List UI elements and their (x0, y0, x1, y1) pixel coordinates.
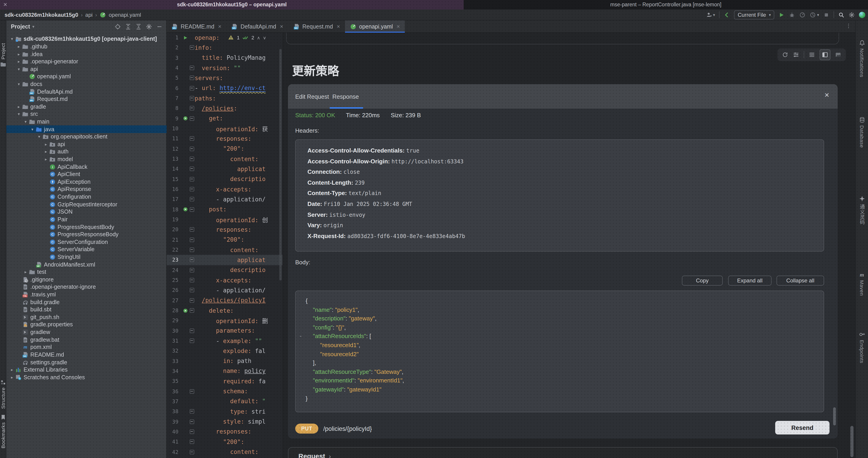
editor-line-27[interactable]: 27 /policies/{policyI (167, 295, 283, 305)
tree-item-defaultapi-md[interactable]: MDDefaultApi.md (6, 88, 167, 96)
tree-item-test[interactable]: ▸test (6, 268, 167, 276)
editor-line-5[interactable]: 5servers: (167, 73, 283, 83)
tree-item-openapi-yaml[interactable]: openapi.yaml (6, 73, 167, 80)
tree-item-build-sbt[interactable]: build.sbt (6, 306, 167, 314)
tree-item-scratches-and-consoles[interactable]: ▸Scratches and Consoles (6, 373, 167, 381)
sidebar-item-endpoints[interactable]: Endpoints (856, 331, 868, 363)
copy-button[interactable]: Copy (682, 275, 723, 286)
tree-item-apiresponse[interactable]: CApiResponse (6, 186, 167, 193)
chevron-right-icon[interactable]: ▸ (43, 157, 49, 162)
tree-item-pom-xml[interactable]: mpom.xml (6, 344, 167, 351)
resend-button[interactable]: Resend (775, 421, 830, 434)
chevron-right-icon[interactable]: ▸ (9, 375, 15, 380)
sidebar-item-notifications[interactable]: Notifications (856, 40, 868, 77)
fold-marker-icon[interactable] (189, 338, 195, 343)
tree-item--github[interactable]: ▸.github (6, 43, 167, 50)
editor-scrollbar[interactable] (279, 49, 282, 281)
tree-item-src[interactable]: ▾src (6, 110, 167, 118)
tree-item-auth[interactable]: ▸auth (6, 148, 167, 156)
expand-all-button[interactable]: Expand all (728, 275, 772, 286)
close-icon[interactable]: ✕ (336, 24, 340, 29)
editor-line-39[interactable]: 39 style: simpl (167, 417, 283, 427)
fold-marker-icon[interactable] (189, 187, 195, 191)
fold-marker-icon[interactable] (189, 328, 195, 333)
tab-defaultapi-md[interactable]: MDDefaultApi.md✕ (227, 20, 288, 33)
tree-item-main[interactable]: ▾main (6, 118, 167, 125)
tree-item-progressrequestbody[interactable]: CProgressRequestBody (6, 223, 167, 231)
editor-line-12[interactable]: 12 "200": (167, 144, 283, 154)
collapse-toggle-icon[interactable]: - (300, 333, 302, 339)
tab-openapi-yaml[interactable]: openapi.yaml✕ (345, 20, 405, 33)
editor-line-41[interactable]: 41 "200": (167, 437, 283, 447)
breadcrumb-item[interactable]: openapi.yaml (109, 11, 141, 18)
user-avatar[interactable] (859, 11, 865, 18)
tree-item-gradlew-bat[interactable]: gradlew.bat (6, 336, 167, 344)
close-icon[interactable]: ✕ (3, 2, 7, 8)
editor-line-19[interactable]: 19 operationId: 创 (167, 215, 283, 225)
breadcrumb-item[interactable]: sdk-cu08326m1hkokaut15g0 (4, 11, 78, 18)
editor-line-33[interactable]: 33 in: path (167, 356, 283, 366)
editor-line-21[interactable]: 21 "200": (167, 235, 283, 245)
fold-marker-icon[interactable] (189, 227, 195, 232)
tab-request-md[interactable]: MDRequest.md✕ (288, 20, 345, 33)
chevron-down-icon[interactable]: ▾ (16, 67, 22, 71)
chevron-right-icon[interactable]: ▸ (16, 59, 22, 64)
tree-item-apicallback[interactable]: IApiCallback (6, 163, 167, 171)
sidebar-item-通义灵码[interactable]: 通义灵码 (856, 196, 868, 225)
chevron-down-icon[interactable]: ▾ (23, 120, 29, 124)
fold-marker-icon[interactable] (189, 268, 195, 272)
profiler-button[interactable] (799, 11, 806, 18)
tree-item-androidmanifest-xml[interactable]: MFAndroidManifest.xml (6, 261, 167, 268)
tree-item-stringutil[interactable]: CStringUtil (6, 253, 167, 261)
fold-marker-icon[interactable] (189, 419, 195, 424)
chevron-down-icon[interactable]: ▾ (16, 82, 22, 87)
run-request-icon[interactable] (182, 308, 189, 313)
fold-marker-icon[interactable] (189, 86, 195, 91)
tree-item-progressresponsebody[interactable]: CProgressResponseBody (6, 231, 167, 238)
user-menu-button[interactable]: ▾ (706, 11, 715, 18)
fold-marker-icon[interactable] (189, 157, 195, 161)
chevron-down-icon[interactable]: ▾ (9, 37, 15, 41)
fold-marker-icon[interactable] (189, 410, 195, 414)
collapse-all-icon[interactable] (135, 24, 142, 30)
close-icon[interactable]: ✕ (280, 24, 283, 29)
run-request-icon[interactable] (182, 207, 189, 212)
run-file-icon[interactable] (182, 35, 189, 40)
fold-marker-icon[interactable] (189, 76, 195, 80)
tree-item-serverconfiguration[interactable]: CServerConfiguration (6, 238, 167, 246)
chevron-down-icon[interactable]: ▾ (36, 134, 42, 139)
tree-item-java[interactable]: ▾java (6, 126, 167, 133)
editor-line-9[interactable]: 9 get: (167, 113, 283, 124)
editor-line-10[interactable]: 10 operationId: 获 (167, 124, 283, 134)
tree-item-org-openapitools-client[interactable]: ▾org.openapitools.client (6, 133, 167, 140)
refresh-icon[interactable] (782, 52, 788, 58)
tree-item-json[interactable]: CJSON (6, 208, 167, 216)
search-everywhere-button[interactable] (838, 11, 844, 18)
fold-marker-icon[interactable] (189, 429, 195, 434)
editor-line-3[interactable]: 3 title: PolicyManag (167, 53, 283, 63)
tree-item--idea[interactable]: ▸.idea (6, 50, 167, 58)
chevron-down-icon[interactable]: ▾ (16, 112, 22, 117)
editor-line-16[interactable]: 16 x-accepts: (167, 184, 283, 194)
editor-line-4[interactable]: 4 version: "" (167, 63, 283, 73)
fold-marker-icon[interactable] (189, 66, 195, 70)
run-request-icon[interactable] (182, 116, 189, 121)
prev-issue-icon[interactable]: ∧ (257, 35, 260, 40)
editor-line-15[interactable]: 15 descriptio (167, 174, 283, 184)
coverage-button[interactable]: ▾ (810, 11, 819, 18)
fold-marker-icon[interactable] (189, 45, 195, 50)
sidebar-item-bookmarks[interactable]: Bookmarks (0, 414, 6, 448)
list-lines-icon[interactable] (809, 52, 815, 58)
fold-marker-icon[interactable] (189, 177, 195, 182)
editor-line-23[interactable]: 23 applicat (167, 255, 283, 265)
editor-line-7[interactable]: 7paths: (167, 93, 283, 103)
sidebar-item-project[interactable]: Project (0, 43, 6, 68)
tree-item-configuration[interactable]: CConfiguration (6, 193, 167, 201)
editor-line-6[interactable]: 6- url: http://env-ct (167, 83, 283, 93)
fold-marker-icon[interactable] (189, 288, 195, 293)
editor-line-38[interactable]: 38 type: stri (167, 406, 283, 417)
editor-line-35[interactable]: 35 required: fa (167, 376, 283, 386)
chevron-down-icon[interactable]: ▾ (32, 25, 34, 29)
tree-item-apiclient[interactable]: CApiClient (6, 171, 167, 178)
editor-line-31[interactable]: 31 - example: "" (167, 336, 283, 346)
